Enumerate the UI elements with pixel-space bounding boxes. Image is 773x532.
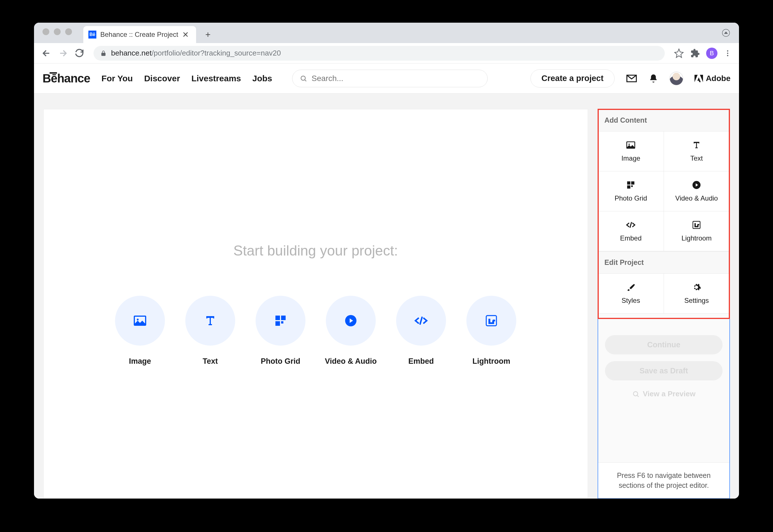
- adobe-logo-icon: [695, 75, 703, 82]
- svg-rect-7: [275, 316, 280, 320]
- svg-point-6: [137, 319, 139, 320]
- window-controls[interactable]: [43, 28, 72, 35]
- cell-text[interactable]: Text: [664, 131, 730, 171]
- photo-grid-icon: [274, 314, 287, 327]
- tile-embed[interactable]: Embed: [391, 296, 451, 366]
- embed-icon: [414, 314, 428, 327]
- cell-lightroom[interactable]: Lr Lightroom: [664, 211, 730, 251]
- nav-livestreams[interactable]: Livestreams: [191, 74, 241, 83]
- window-close[interactable]: [43, 28, 49, 35]
- tile-photo-grid[interactable]: Photo Grid: [251, 296, 310, 366]
- action-area: Continue Save as Draft View a Preview: [598, 314, 729, 462]
- close-tab-icon[interactable]: ✕: [182, 30, 189, 39]
- svg-rect-10: [281, 321, 283, 324]
- lightroom-icon: Lr: [692, 220, 701, 230]
- cell-styles[interactable]: Styles: [598, 274, 664, 314]
- bookmark-star-icon[interactable]: [674, 48, 684, 58]
- search-input[interactable]: [312, 74, 480, 83]
- behance-favicon-icon: Bē: [88, 31, 96, 39]
- cell-embed[interactable]: Embed: [598, 211, 664, 251]
- canvas-title: Start building your project:: [233, 242, 398, 259]
- play-icon: [344, 314, 358, 327]
- svg-point-23: [633, 391, 638, 396]
- image-icon: [133, 314, 147, 327]
- cell-video-audio[interactable]: Video & Audio: [664, 171, 730, 211]
- extensions-icon[interactable]: [690, 48, 700, 58]
- svg-text:Lr: Lr: [695, 223, 699, 228]
- search-icon: [632, 390, 640, 398]
- gear-icon: [692, 282, 701, 292]
- tile-video-audio[interactable]: Video & Audio: [321, 296, 381, 366]
- continue-button[interactable]: Continue: [605, 335, 723, 354]
- save-draft-button[interactable]: Save as Draft: [605, 361, 723, 380]
- svg-rect-9: [275, 321, 280, 326]
- svg-point-3: [727, 55, 729, 56]
- chrome-account-icon[interactable]: [722, 29, 730, 37]
- nav-for-you[interactable]: For You: [101, 74, 133, 83]
- cell-photo-grid[interactable]: Photo Grid: [598, 171, 664, 211]
- lock-icon: [100, 50, 107, 56]
- behance-topnav: Bēhance For You Discover Livestreams Job…: [34, 63, 739, 93]
- window-minimize[interactable]: [54, 28, 61, 35]
- address-bar: behance.net/portfolio/editor?tracking_so…: [34, 43, 739, 63]
- text-icon: [692, 140, 701, 150]
- tab-title: Behance :: Create Project: [100, 31, 178, 39]
- text-icon: [203, 314, 217, 327]
- notifications-icon[interactable]: [649, 74, 658, 83]
- svg-text:Lr: Lr: [489, 318, 495, 325]
- svg-point-15: [628, 144, 630, 145]
- svg-rect-17: [631, 181, 634, 184]
- adobe-link[interactable]: Adobe: [695, 74, 730, 83]
- back-button[interactable]: [41, 48, 52, 58]
- content-tiles-row: Image Text Photo Grid Video & Audio Embe…: [110, 296, 521, 366]
- tile-text[interactable]: Text: [180, 296, 240, 366]
- svg-point-2: [727, 52, 729, 54]
- cell-image[interactable]: Image: [598, 131, 664, 171]
- browser-window: Bē Behance :: Create Project ✕ + behance…: [34, 23, 739, 499]
- svg-point-1: [727, 50, 729, 52]
- url-bar[interactable]: behance.net/portfolio/editor?tracking_so…: [94, 46, 665, 61]
- tile-lightroom[interactable]: Lr Lightroom: [462, 296, 521, 366]
- add-content-header: Add Content: [598, 109, 729, 131]
- forward-button[interactable]: [58, 48, 68, 58]
- svg-rect-19: [631, 185, 633, 187]
- view-preview-link[interactable]: View a Preview: [632, 390, 696, 398]
- window-zoom[interactable]: [65, 28, 72, 35]
- lightroom-icon: Lr: [485, 314, 498, 327]
- image-icon: [626, 140, 636, 150]
- svg-rect-18: [627, 185, 630, 188]
- svg-rect-16: [627, 181, 630, 184]
- edit-project-grid: Styles Settings: [598, 274, 729, 314]
- messages-icon[interactable]: [626, 73, 637, 84]
- project-canvas: Start building your project: Image Text …: [43, 109, 588, 499]
- search-icon: [300, 75, 307, 82]
- new-tab-button[interactable]: +: [201, 28, 215, 41]
- add-content-grid: Image Text Photo Grid Video & Audio Embe…: [598, 131, 729, 251]
- cell-settings[interactable]: Settings: [664, 274, 730, 314]
- play-icon: [692, 180, 701, 190]
- svg-point-4: [301, 76, 305, 80]
- behance-logo[interactable]: Bēhance: [43, 72, 90, 85]
- edit-project-header: Edit Project: [598, 251, 729, 274]
- search-input-wrapper[interactable]: [292, 70, 488, 87]
- keyboard-hint: Press F6 to navigate between sections of…: [598, 462, 729, 498]
- photo-grid-icon: [626, 180, 636, 190]
- nav-discover[interactable]: Discover: [144, 74, 180, 83]
- url-text: behance.net/portfolio/editor?tracking_so…: [111, 49, 281, 58]
- svg-rect-8: [281, 316, 286, 320]
- embed-icon: [626, 220, 636, 230]
- editor-sidebar: Add Content Image Text Photo Grid Video …: [598, 109, 730, 499]
- create-project-button[interactable]: Create a project: [530, 69, 615, 88]
- reload-button[interactable]: [74, 48, 84, 58]
- tab-bar: Bē Behance :: Create Project ✕ +: [34, 23, 739, 43]
- nav-jobs[interactable]: Jobs: [252, 74, 272, 83]
- browser-tab[interactable]: Bē Behance :: Create Project ✕: [83, 26, 196, 43]
- user-avatar[interactable]: [670, 72, 683, 85]
- brush-icon: [626, 282, 636, 292]
- editor-content: Start building your project: Image Text …: [34, 93, 739, 499]
- kebab-menu-icon[interactable]: [724, 49, 732, 57]
- chrome-profile-button[interactable]: B: [706, 48, 717, 59]
- tile-image[interactable]: Image: [110, 296, 170, 366]
